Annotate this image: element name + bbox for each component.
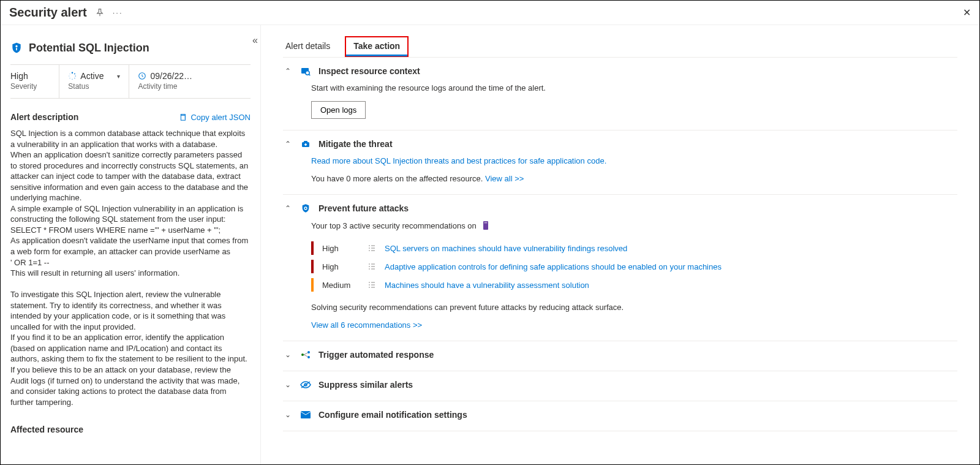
svg-point-7 [70, 78, 71, 79]
affected-header: Affected resource [10, 425, 251, 434]
rec-link[interactable]: Adaptive application controls for defini… [385, 262, 722, 271]
content: « Potential SQL Injection High Severity [1, 25, 979, 464]
prevent-intro: Your top 3 active security recommendatio… [311, 221, 477, 230]
chevron-down-icon[interactable]: ⌄ [283, 350, 293, 359]
svg-point-6 [72, 78, 73, 80]
security-alert-window: Security alert ··· ✕ « Potential [0, 0, 980, 465]
suppress-title: Suppress similar alerts [318, 380, 413, 390]
collapse-left-icon[interactable]: « [252, 35, 258, 46]
svg-point-3 [74, 73, 75, 74]
alert-title-row: Potential SQL Injection [10, 37, 251, 64]
alert-name: Potential SQL Injection [29, 42, 149, 55]
action-suppress: ⌄ Suppress similar alerts [283, 371, 957, 401]
prevent-view-all-link[interactable]: View all 6 recommendations >> [311, 320, 957, 330]
chevron-down-icon[interactable]: ▾ [117, 73, 120, 80]
tab-take-action[interactable]: Take action [345, 36, 409, 57]
severity-bar [311, 241, 314, 255]
trigger-title: Trigger automated response [318, 350, 434, 360]
inspect-text: Start with examining the resource logs a… [311, 83, 957, 93]
rec-severity: Medium [322, 281, 359, 290]
action-email: ⌄ Configure email notification settings [283, 401, 957, 431]
window-title: Security alert [9, 6, 87, 20]
recommendation-row[interactable]: High SQL servers on machines should have… [311, 239, 957, 257]
inspect-title: Inspect resource context [318, 66, 420, 76]
svg-point-22 [307, 356, 310, 358]
alert-description-text: SQL Injection is a common database attac… [10, 128, 251, 407]
recommendation-row[interactable]: Medium Machines should have a vulnerabil… [311, 276, 957, 294]
svg-point-8 [69, 75, 70, 77]
svg-point-4 [75, 75, 77, 77]
svg-point-20 [301, 353, 304, 356]
description-heading: Alert description [10, 112, 78, 122]
rec-link[interactable]: SQL servers on machines should have vuln… [385, 244, 627, 253]
description-header: Alert description Copy alert JSON [10, 112, 251, 122]
svg-rect-11 [181, 115, 186, 120]
trigger-icon [300, 350, 311, 360]
activity-value: 09/26/22… [150, 71, 192, 81]
severity-bar [311, 260, 314, 273]
tab-alert-details[interactable]: Alert details [283, 36, 333, 57]
shield-icon [10, 41, 23, 55]
copy-icon [178, 113, 187, 121]
affected-heading: Affected resource [10, 425, 83, 434]
open-logs-button[interactable]: Open logs [311, 101, 366, 119]
mitigate-title: Mitigate the threat [318, 139, 393, 149]
email-icon [300, 411, 311, 418]
svg-point-9 [70, 74, 71, 75]
svg-point-0 [15, 45, 17, 47]
prevent-title: Prevent future attacks [318, 203, 409, 213]
action-trigger: ⌄ Trigger automated response [283, 341, 957, 371]
mitigate-icon [300, 139, 311, 149]
svg-rect-15 [304, 141, 307, 143]
svg-point-17 [305, 208, 307, 210]
checklist-icon [368, 262, 376, 271]
svg-point-5 [74, 78, 75, 79]
rec-severity: High [322, 244, 359, 253]
prevent-footer: Solving security recommendations can pre… [311, 303, 957, 312]
copy-alert-json-button[interactable]: Copy alert JSON [178, 113, 251, 122]
chevron-up-icon[interactable]: ⌃ [283, 67, 293, 75]
svg-rect-19 [484, 222, 487, 224]
status-value: Active [80, 71, 104, 81]
left-pane: « Potential SQL Injection High Severity [1, 25, 261, 464]
chevron-down-icon[interactable]: ⌄ [283, 410, 293, 419]
resource-icon [481, 221, 490, 230]
mitigate-more-text: You have 0 more alerts on the affected r… [311, 174, 483, 183]
status-label: Status [68, 82, 120, 91]
action-prevent: ⌃ Prevent future attacks Your top 3 acti… [283, 195, 957, 341]
mitigate-view-all-link[interactable]: View all >> [485, 174, 524, 183]
right-pane: Alert details Take action ⌃ Inspect reso… [261, 25, 979, 464]
titlebar: Security alert ··· ✕ [1, 1, 979, 25]
activity-label: Activity time [138, 82, 192, 91]
pin-icon[interactable] [96, 9, 104, 17]
severity-value: High [10, 71, 37, 81]
more-icon[interactable]: ··· [113, 8, 123, 17]
checklist-icon [368, 281, 376, 289]
recommendation-row[interactable]: High Adaptive application controls for d… [311, 257, 957, 276]
inspect-icon [300, 66, 311, 76]
rec-link[interactable]: Machines should have a vulnerability ass… [385, 281, 589, 290]
severity-stat: High Severity [10, 65, 59, 98]
severity-bar [311, 278, 314, 292]
suppress-icon [300, 380, 311, 389]
tabs: Alert details Take action [283, 36, 957, 58]
chevron-down-icon[interactable]: ⌄ [283, 380, 293, 389]
svg-point-13 [306, 71, 309, 75]
clock-icon [138, 72, 146, 80]
rec-severity: High [322, 262, 359, 271]
activity-stat: 09/26/22… Activity time [138, 65, 201, 98]
alert-stats: High Severity Active ▾ Status [10, 64, 251, 99]
action-mitigate: ⌃ Mitigate the threat Read more about SQ… [283, 130, 957, 195]
action-inspect: ⌃ Inspect resource context Start with ex… [283, 58, 957, 130]
close-icon[interactable]: ✕ [963, 7, 971, 18]
prevent-icon [300, 203, 311, 213]
chevron-up-icon[interactable]: ⌃ [283, 140, 293, 148]
svg-rect-1 [16, 48, 17, 50]
chevron-up-icon[interactable]: ⌃ [283, 204, 293, 213]
status-stat[interactable]: Active ▾ Status [68, 65, 129, 98]
spinner-icon [68, 72, 77, 80]
svg-point-21 [307, 351, 310, 353]
email-title: Configure email notification settings [318, 410, 467, 420]
checklist-icon [368, 244, 376, 252]
mitigate-link[interactable]: Read more about SQL Injection threats an… [311, 156, 957, 165]
